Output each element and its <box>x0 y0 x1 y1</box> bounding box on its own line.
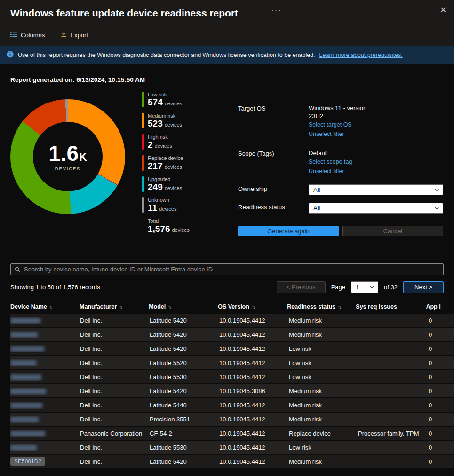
device-name-redacted[interactable] <box>10 332 38 338</box>
ownership-label: Ownership <box>238 184 309 195</box>
legend-color-bar <box>142 176 144 192</box>
ownership-select[interactable]: All <box>309 184 443 195</box>
table-row[interactable]: Dell Inc. Latitude 5520 10.0.19045.4412 … <box>10 356 454 370</box>
legend-label: Medium risk <box>148 113 182 119</box>
device-name-redacted[interactable] <box>10 431 45 436</box>
column-header-model[interactable]: Model↑↓ <box>149 303 218 310</box>
header-region: Windows feature update device readiness … <box>0 0 454 46</box>
generate-again-button[interactable]: Generate again <box>238 226 339 236</box>
column-header-sys-req-issues: Sys req issues <box>356 303 426 310</box>
device-name-redacted[interactable] <box>10 318 40 324</box>
device-name-redacted[interactable] <box>10 374 41 380</box>
scope-tags-label: Scope (Tags) <box>238 149 309 176</box>
select-scope-tag-link[interactable]: Select scope tag <box>309 157 443 167</box>
table-row[interactable]: Dell Inc. Latitude 5420 10.0.19045.3086 … <box>10 384 454 398</box>
cell-manufacturer: Dell Inc. <box>80 317 150 324</box>
cell-readiness-status: Low risk <box>289 444 358 451</box>
device-name-redacted[interactable] <box>10 360 36 366</box>
sort-icon[interactable]: ↑↓ <box>168 304 171 309</box>
cancel-button[interactable]: Cancel <box>342 226 443 236</box>
cell-manufacturer: Dell Inc. <box>80 331 150 338</box>
info-icon <box>7 51 14 59</box>
device-name-redacted[interactable] <box>10 389 46 394</box>
export-button[interactable]: Export <box>61 31 88 39</box>
readiness-status-select[interactable]: All <box>309 203 443 214</box>
sort-icon[interactable]: ↑↓ <box>338 304 341 309</box>
column-header-label: Model <box>149 303 166 310</box>
cell-device-name <box>10 359 80 366</box>
table-row[interactable]: Dell Inc. Latitude 5530 10.0.19045.4412 … <box>10 370 454 384</box>
chevron-down-icon <box>435 187 439 191</box>
column-header-readiness-status[interactable]: Readiness status↑↓ <box>287 303 356 310</box>
columns-button[interactable]: Columns <box>10 32 45 39</box>
action-buttons-row: Generate again Cancel <box>238 226 443 236</box>
column-header-device-name[interactable]: Device Name↑↓ <box>10 303 80 310</box>
sort-icon[interactable]: ↑↓ <box>119 304 122 309</box>
previous-page-button[interactable]: < Previous <box>277 281 326 293</box>
next-page-button[interactable]: Next > <box>403 281 444 293</box>
column-header-os-version[interactable]: OS Version↑↓ <box>218 303 287 310</box>
export-download-icon <box>61 31 67 39</box>
donut-center: 1.6 K DEVICES <box>33 122 103 191</box>
table-row[interactable]: Dell Inc. Latitude 5530 10.0.19045.4412 … <box>10 441 454 455</box>
overflow-menu-icon[interactable]: ··· <box>271 6 282 15</box>
column-header-label: Readiness status <box>287 303 335 310</box>
column-header-manufacturer[interactable]: Manufacturer↑↓ <box>80 303 149 310</box>
select-target-os-link[interactable]: Select target OS <box>309 120 443 129</box>
column-header-label: Device Name <box>10 303 47 310</box>
device-name-link[interactable]: SE5001D2 <box>10 457 45 466</box>
search-input[interactable] <box>10 263 444 275</box>
device-name-redacted[interactable] <box>10 403 42 408</box>
device-name-redacted[interactable] <box>10 417 39 422</box>
legend-value: 2 <box>148 140 153 150</box>
legend-color-bar <box>142 155 144 171</box>
table-row[interactable]: Dell Inc. Latitude 5420 10.0.19045.4412 … <box>10 328 454 342</box>
legend-item: Upgraded 249 devices <box>142 176 217 192</box>
legend-value: 11 <box>148 203 157 213</box>
table-row[interactable]: Dell Inc. Latitude 5440 10.0.19045.4412 … <box>10 398 454 413</box>
chart-legend: Low risk 574 devices Medium risk 523 dev… <box>142 92 217 234</box>
columns-icon <box>10 32 17 39</box>
ownership-row: Ownership All <box>238 184 443 195</box>
cell-readiness-status: Medium risk <box>289 317 358 324</box>
report-window: Windows feature update device readiness … <box>0 0 454 476</box>
cell-os-version: 10.0.19045.4412 <box>219 416 289 423</box>
legend-unit: devices <box>159 206 176 212</box>
table-row[interactable]: Dell Inc. Latitude 5420 10.0.19045.4412 … <box>10 342 454 356</box>
sort-icon[interactable]: ↑↓ <box>252 304 255 309</box>
table-row[interactable]: Dell Inc. Precision 3551 10.0.19045.4412… <box>10 413 454 427</box>
cell-readiness-status: Low risk <box>289 359 358 366</box>
legend-label: Unknown <box>148 197 176 203</box>
table-row[interactable]: Panasonic Corporation CF-54-2 10.0.19045… <box>10 427 454 441</box>
banner-text: Use of this report requires the Windows … <box>18 52 315 58</box>
cell-app-issues: 0 <box>429 430 454 437</box>
device-name-redacted[interactable] <box>10 445 37 451</box>
cell-device-name <box>10 317 80 324</box>
close-icon[interactable]: × <box>440 5 446 16</box>
cell-model: Latitude 5420 <box>150 331 219 338</box>
cell-os-version: 10.0.19045.4412 <box>219 402 289 409</box>
table-row[interactable]: SE5001D2 Dell Inc. Latitude 5420 10.0.19… <box>10 455 454 469</box>
legend-unit: devices <box>165 101 182 106</box>
device-name-redacted[interactable] <box>10 346 44 352</box>
page-select[interactable]: 1 <box>351 281 378 293</box>
learn-more-link[interactable]: Learn more about prerequisites. <box>319 52 403 58</box>
scope-tags-unselect-filter-link[interactable]: Unselect filter <box>309 167 443 176</box>
cell-model: Precision 3551 <box>150 416 219 423</box>
cell-manufacturer: Dell Inc. <box>80 359 150 366</box>
donut-center-label: DEVICES <box>55 166 80 171</box>
cell-os-version: 10.0.19045.4412 <box>219 373 289 381</box>
legend-total-unit: devices <box>172 227 190 233</box>
table-row[interactable]: Dell Inc. Latitude 5420 10.0.19045.4412 … <box>10 314 454 328</box>
target-os-label: Target OS <box>238 104 309 139</box>
cell-manufacturer: Panasonic Corporation <box>80 430 150 437</box>
cell-app-issues: 0 <box>429 331 454 338</box>
legend-value: 249 <box>148 182 163 192</box>
sort-icon[interactable]: ↑↓ <box>49 304 52 309</box>
target-os-unselect-filter-link[interactable]: Unselect filter <box>309 129 443 139</box>
cell-device-name <box>10 402 80 409</box>
scope-tags-value: Default <box>309 149 379 157</box>
legend-total-value: 1,576 <box>148 224 170 234</box>
column-header-label: Sys req issues <box>356 303 397 310</box>
records-row: Showing 1 to 50 of 1,576 records < Previ… <box>10 281 444 293</box>
